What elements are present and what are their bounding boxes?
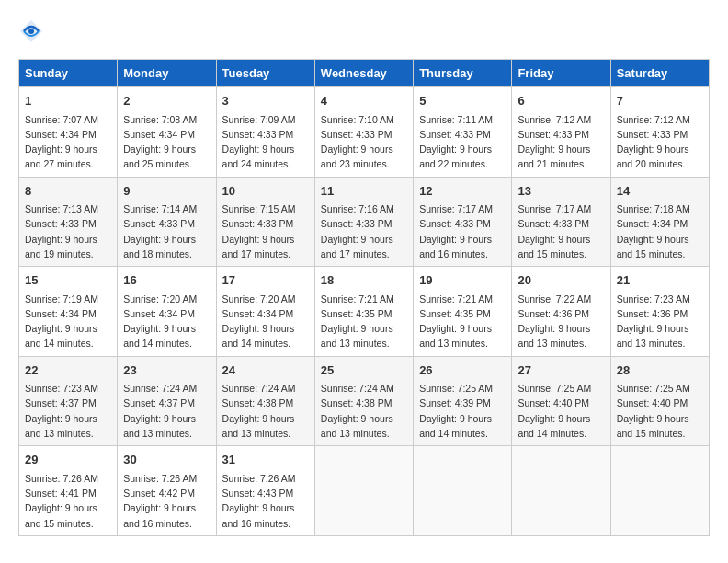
calendar-cell: 11Sunrise: 7:16 AMSunset: 4:33 PMDayligh… — [314, 177, 413, 267]
day-number: 11 — [321, 182, 407, 201]
day-info: Sunrise: 7:13 AMSunset: 4:33 PMDaylight:… — [25, 201, 111, 261]
day-number: 13 — [518, 182, 604, 201]
weekday-header-saturday: Saturday — [610, 60, 709, 87]
calendar-cell: 10Sunrise: 7:15 AMSunset: 4:33 PMDayligh… — [216, 177, 314, 267]
calendar-cell: 3Sunrise: 7:09 AMSunset: 4:33 PMDaylight… — [216, 87, 314, 178]
calendar-cell: 25Sunrise: 7:24 AMSunset: 4:38 PMDayligh… — [314, 356, 413, 446]
calendar-cell: 6Sunrise: 7:12 AMSunset: 4:33 PMDaylight… — [512, 87, 610, 178]
calendar-cell: 29Sunrise: 7:26 AMSunset: 4:41 PMDayligh… — [19, 446, 118, 536]
day-info: Sunrise: 7:12 AMSunset: 4:33 PMDaylight:… — [518, 112, 604, 172]
calendar-cell — [610, 446, 709, 536]
day-info: Sunrise: 7:17 AMSunset: 4:33 PMDaylight:… — [518, 201, 604, 261]
day-number: 21 — [617, 271, 703, 290]
calendar-cell: 22Sunrise: 7:23 AMSunset: 4:37 PMDayligh… — [19, 356, 118, 446]
calendar-cell: 23Sunrise: 7:24 AMSunset: 4:37 PMDayligh… — [118, 356, 216, 446]
day-number: 7 — [617, 92, 703, 110]
day-number: 6 — [518, 92, 604, 110]
day-number: 9 — [123, 182, 210, 201]
calendar-cell: 20Sunrise: 7:22 AMSunset: 4:36 PMDayligh… — [512, 267, 610, 357]
calendar-cell: 24Sunrise: 7:24 AMSunset: 4:38 PMDayligh… — [216, 356, 314, 446]
day-number: 4 — [321, 92, 407, 110]
day-number: 2 — [123, 92, 210, 110]
day-number: 19 — [419, 271, 506, 290]
day-number: 1 — [25, 92, 111, 110]
day-info: Sunrise: 7:25 AMSunset: 4:40 PMDaylight:… — [518, 381, 604, 441]
calendar-cell: 26Sunrise: 7:25 AMSunset: 4:39 PMDayligh… — [414, 356, 512, 446]
day-number: 24 — [222, 362, 309, 380]
calendar-week-2: 8Sunrise: 7:13 AMSunset: 4:33 PMDaylight… — [19, 177, 710, 267]
day-info: Sunrise: 7:25 AMSunset: 4:39 PMDaylight:… — [419, 381, 506, 441]
calendar-cell — [512, 446, 610, 536]
day-info: Sunrise: 7:22 AMSunset: 4:36 PMDaylight:… — [518, 292, 604, 351]
day-info: Sunrise: 7:19 AMSunset: 4:34 PMDaylight:… — [25, 292, 111, 351]
day-info: Sunrise: 7:23 AMSunset: 4:37 PMDaylight:… — [25, 381, 111, 441]
calendar-cell: 13Sunrise: 7:17 AMSunset: 4:33 PMDayligh… — [512, 177, 610, 267]
logo-icon — [18, 18, 44, 44]
day-number: 25 — [321, 362, 407, 380]
calendar-week-5: 29Sunrise: 7:26 AMSunset: 4:41 PMDayligh… — [19, 446, 710, 536]
calendar-week-1: 1Sunrise: 7:07 AMSunset: 4:34 PMDaylight… — [19, 87, 710, 178]
day-number: 16 — [123, 271, 210, 290]
day-info: Sunrise: 7:09 AMSunset: 4:33 PMDaylight:… — [222, 112, 309, 172]
day-number: 15 — [25, 271, 111, 290]
day-info: Sunrise: 7:24 AMSunset: 4:38 PMDaylight:… — [222, 381, 309, 441]
calendar-cell: 7Sunrise: 7:12 AMSunset: 4:33 PMDaylight… — [610, 87, 709, 178]
calendar-cell: 8Sunrise: 7:13 AMSunset: 4:33 PMDaylight… — [19, 177, 118, 267]
day-info: Sunrise: 7:24 AMSunset: 4:38 PMDaylight:… — [321, 381, 407, 441]
calendar-cell: 9Sunrise: 7:14 AMSunset: 4:33 PMDaylight… — [118, 177, 216, 267]
calendar-cell: 27Sunrise: 7:25 AMSunset: 4:40 PMDayligh… — [512, 356, 610, 446]
day-info: Sunrise: 7:12 AMSunset: 4:33 PMDaylight:… — [617, 112, 703, 172]
weekday-header-sunday: Sunday — [19, 60, 118, 87]
calendar-cell: 21Sunrise: 7:23 AMSunset: 4:36 PMDayligh… — [610, 267, 709, 357]
day-info: Sunrise: 7:26 AMSunset: 4:43 PMDaylight:… — [222, 471, 309, 531]
day-number: 20 — [518, 271, 604, 290]
calendar-cell: 28Sunrise: 7:25 AMSunset: 4:40 PMDayligh… — [610, 356, 709, 446]
day-info: Sunrise: 7:21 AMSunset: 4:35 PMDaylight:… — [321, 292, 407, 351]
day-number: 30 — [123, 451, 210, 469]
day-number: 8 — [25, 182, 111, 201]
day-info: Sunrise: 7:26 AMSunset: 4:41 PMDaylight:… — [25, 471, 111, 531]
calendar-cell: 16Sunrise: 7:20 AMSunset: 4:34 PMDayligh… — [118, 267, 216, 357]
day-info: Sunrise: 7:26 AMSunset: 4:42 PMDaylight:… — [123, 471, 210, 531]
day-number: 28 — [617, 362, 703, 380]
day-info: Sunrise: 7:20 AMSunset: 4:34 PMDaylight:… — [123, 292, 210, 351]
logo — [18, 18, 46, 44]
day-info: Sunrise: 7:16 AMSunset: 4:33 PMDaylight:… — [321, 201, 407, 261]
day-info: Sunrise: 7:17 AMSunset: 4:33 PMDaylight:… — [419, 201, 506, 261]
calendar-cell: 19Sunrise: 7:21 AMSunset: 4:35 PMDayligh… — [414, 267, 512, 357]
weekday-header-thursday: Thursday — [414, 60, 512, 87]
calendar-cell: 1Sunrise: 7:07 AMSunset: 4:34 PMDaylight… — [19, 87, 118, 178]
weekday-header-tuesday: Tuesday — [216, 60, 314, 87]
day-info: Sunrise: 7:21 AMSunset: 4:35 PMDaylight:… — [419, 292, 506, 351]
day-info: Sunrise: 7:10 AMSunset: 4:33 PMDaylight:… — [321, 112, 407, 172]
day-info: Sunrise: 7:24 AMSunset: 4:37 PMDaylight:… — [123, 381, 210, 441]
calendar-cell: 14Sunrise: 7:18 AMSunset: 4:34 PMDayligh… — [610, 177, 709, 267]
calendar-cell: 17Sunrise: 7:20 AMSunset: 4:34 PMDayligh… — [216, 267, 314, 357]
day-number: 14 — [617, 182, 703, 201]
day-number: 5 — [419, 92, 506, 110]
day-number: 12 — [419, 182, 506, 201]
day-number: 3 — [222, 92, 309, 110]
calendar-cell: 18Sunrise: 7:21 AMSunset: 4:35 PMDayligh… — [314, 267, 413, 357]
weekday-header-monday: Monday — [118, 60, 216, 87]
day-number: 18 — [321, 271, 407, 290]
day-number: 17 — [222, 271, 309, 290]
calendar-table: SundayMondayTuesdayWednesdayThursdayFrid… — [18, 59, 710, 536]
day-number: 31 — [222, 451, 309, 469]
calendar-cell: 4Sunrise: 7:10 AMSunset: 4:33 PMDaylight… — [314, 87, 413, 178]
calendar-cell: 15Sunrise: 7:19 AMSunset: 4:34 PMDayligh… — [19, 267, 118, 357]
calendar-cell: 5Sunrise: 7:11 AMSunset: 4:33 PMDaylight… — [414, 87, 512, 178]
page-header — [18, 18, 710, 44]
day-info: Sunrise: 7:14 AMSunset: 4:33 PMDaylight:… — [123, 201, 210, 261]
day-info: Sunrise: 7:23 AMSunset: 4:36 PMDaylight:… — [617, 292, 703, 351]
calendar-cell: 2Sunrise: 7:08 AMSunset: 4:34 PMDaylight… — [118, 87, 216, 178]
day-info: Sunrise: 7:07 AMSunset: 4:34 PMDaylight:… — [25, 112, 111, 172]
calendar-cell: 31Sunrise: 7:26 AMSunset: 4:43 PMDayligh… — [216, 446, 314, 536]
day-number: 23 — [123, 362, 210, 380]
day-number: 26 — [419, 362, 506, 380]
day-number: 10 — [222, 182, 309, 201]
calendar-cell — [314, 446, 413, 536]
weekday-header-wednesday: Wednesday — [314, 60, 413, 87]
day-number: 27 — [518, 362, 604, 380]
svg-point-1 — [28, 29, 34, 34]
